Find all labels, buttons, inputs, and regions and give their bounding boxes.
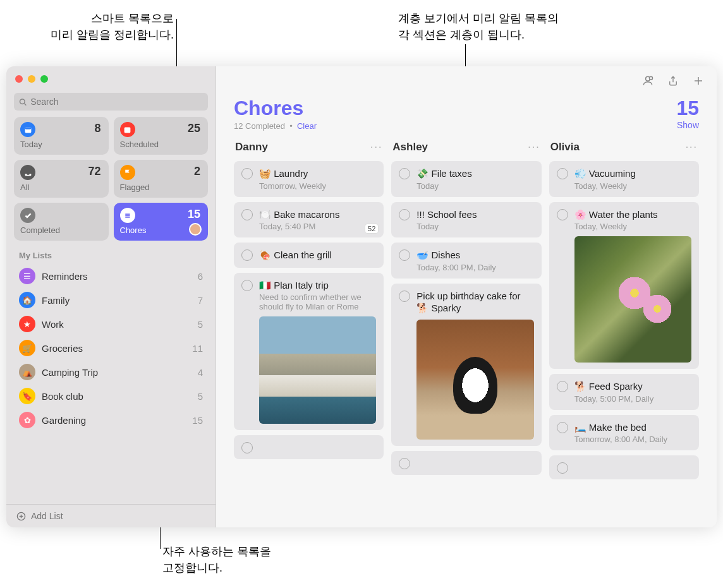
star-icon: ★ [19,316,35,332]
reminder-card[interactable]: 💸 File taxes Today [391,161,541,197]
list-label: Groceries [42,343,186,354]
smart-count: 8 [94,122,100,135]
tent-icon: ⛺ [19,364,35,380]
attachment-image[interactable] [416,320,533,440]
search-input[interactable] [30,97,203,107]
show-completed-button[interactable]: Show [676,120,699,130]
reminder-title: 🥣 Dishes [416,249,533,261]
reminder-card[interactable]: 💨 Vacuuming Today, Weekly [549,161,699,197]
plus-circle-icon [16,512,26,521]
add-button[interactable] [691,74,705,88]
column-menu-button[interactable]: ··· [370,141,382,153]
reminder-card[interactable] [391,451,541,475]
smart-scheduled[interactable]: 25 Scheduled [114,117,209,155]
reminder-card[interactable]: 🥣 Dishes Today, 8:00 PM, Daily [391,243,541,279]
sidebar: 8 Today 25 Scheduled 72 All [6,66,216,527]
complete-toggle[interactable] [399,291,410,302]
smart-today[interactable]: 8 Today [14,117,109,155]
minimize-window[interactable] [28,75,35,83]
smart-label: All [20,183,102,192]
reminder-card[interactable]: 🇮🇹 Plan Italy trip Need to confirm wheth… [234,273,384,431]
column-view: Danny ··· 🧺 Laundry Tomorrow, Weekly [216,133,717,527]
smart-count: 15 [188,208,200,221]
complete-toggle[interactable] [399,209,410,220]
close-window[interactable] [15,75,23,83]
add-list-button[interactable]: Add List [6,504,216,527]
list-camping-trip[interactable]: ⛺ Camping Trip 4 [6,360,216,384]
reminder-subtitle: Today, Weekly [574,222,691,231]
complete-toggle[interactable] [399,249,410,261]
list-book-club[interactable]: 🔖 Book club 5 [6,384,216,408]
reminder-title: 🧺 Laundry [259,167,376,180]
complete-toggle[interactable] [241,209,253,220]
list-gardening[interactable]: ✿ Gardening 15 [6,408,216,432]
complete-toggle[interactable] [399,458,410,469]
reminder-card[interactable]: 🌸 Water the plants Today, Weekly [549,202,699,369]
svg-point-12 [650,76,653,80]
column-olivia: Olivia ··· 💨 Vacuuming Today, Weekly [545,138,703,527]
column-menu-button[interactable]: ··· [528,141,540,153]
complete-toggle[interactable] [399,168,410,179]
house-icon: 🏠 [19,292,35,308]
cart-icon: 🛒 [19,340,35,356]
reminder-card[interactable]: 🍖 Clean the grill [234,243,384,268]
list-family[interactable]: 🏠 Family 7 [6,288,216,312]
complete-toggle[interactable] [241,280,253,291]
clear-button[interactable]: Clear [297,121,317,131]
share-button[interactable] [666,74,680,88]
complete-toggle[interactable] [557,168,568,179]
app-window: 8 Today 25 Scheduled 72 All [6,66,717,527]
complete-toggle[interactable] [557,462,568,474]
reminder-card[interactable]: 🐕 Feed Sparky Today, 5:00 PM, Daily [549,374,699,410]
attachment-image[interactable] [259,316,376,424]
smart-completed[interactable]: Completed [14,203,109,241]
complete-toggle[interactable] [241,442,253,453]
zoom-window[interactable] [40,75,48,83]
svg-point-0 [20,99,25,104]
list-label: Camping Trip [42,367,191,378]
list-groceries[interactable]: 🛒 Groceries 11 [6,336,216,360]
reminder-card[interactable] [234,435,384,459]
scroll-fade [6,481,216,506]
smart-all[interactable]: 72 All [14,160,109,198]
list-reminders[interactable]: ☰ Reminders 6 [6,264,216,288]
complete-toggle[interactable] [241,168,253,179]
list-count: 5 [198,319,203,330]
reminder-card[interactable]: Pick up birthday cake for 🐕 Sparky [391,284,541,446]
list-count: 11 [192,343,203,354]
reminder-title: 🍖 Clean the grill [259,249,376,261]
reminder-title: 💨 Vacuuming [574,167,691,180]
smart-label: Today [20,140,102,149]
reminder-card[interactable]: 🍽️ Bake macarons Today, 5:40 PM 52 [234,202,384,238]
bookmark-icon: 🔖 [19,388,35,404]
collaborate-button[interactable] [641,74,655,88]
reminder-subtitle: Tomorrow, Weekly [259,181,376,191]
reminder-card[interactable]: !!! School fees Today [391,202,541,238]
completed-summary: 12 Completed • Clear [234,121,317,131]
smart-flagged[interactable]: 2 Flagged [114,160,209,198]
complete-toggle[interactable] [557,209,568,220]
reminder-subtitle: Today [416,181,533,191]
my-lists: ☰ Reminders 6 🏠 Family 7 ★ Work 5 🛒 Groc… [6,264,216,432]
complete-toggle[interactable] [241,249,253,261]
search-box[interactable] [14,93,208,111]
reminder-subtitle: Today, 5:40 PM [259,222,376,231]
completed-count: 12 Completed [234,121,285,131]
complete-toggle[interactable] [557,381,568,392]
smart-chores[interactable]: 15 Chores [114,203,209,241]
reminder-card[interactable] [549,455,699,479]
tray-icon [20,165,35,180]
column-menu-button[interactable]: ··· [686,141,698,153]
search-icon [19,98,27,106]
list-title: Chores [234,97,317,120]
smart-count: 72 [88,165,100,178]
attachment-image[interactable] [574,236,691,363]
reminder-title: 🍽️ Bake macarons [259,208,376,221]
complete-toggle[interactable] [557,422,568,433]
reminder-card[interactable]: 🧺 Laundry Tomorrow, Weekly [234,161,384,197]
list-work[interactable]: ★ Work 5 [6,312,216,336]
calendar-badge: 52 [365,224,379,234]
reminder-card[interactable]: 🛏️ Make the bed Tomorrow, 8:00 AM, Daily [549,415,699,451]
reminder-subtitle: Today, Weekly [574,181,691,191]
plus-icon [693,75,704,87]
